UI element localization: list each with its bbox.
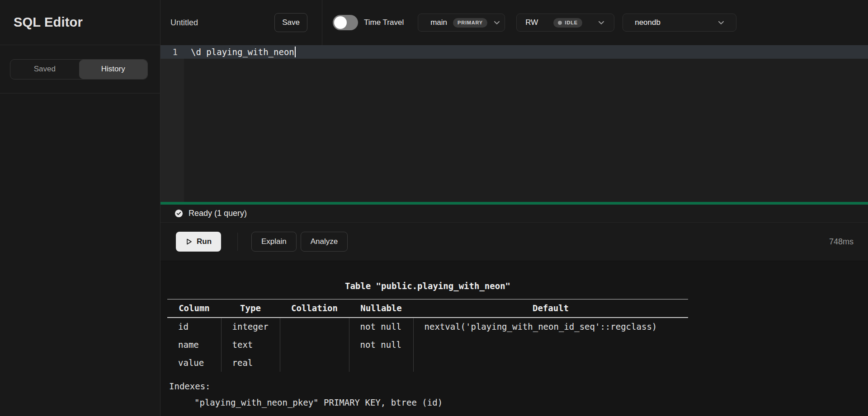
compute-status-text: IDLE: [565, 20, 578, 25]
code-text: \d playing_with_neon: [191, 47, 294, 57]
cell: value: [167, 354, 221, 372]
run-button[interactable]: Run: [176, 232, 221, 252]
page-title: SQL Editor: [14, 15, 83, 30]
table-row: id integer not null nextval('playing_wit…: [167, 318, 688, 336]
sql-editor[interactable]: 1 \d playing_with_neon: [160, 45, 868, 202]
sidebar-header: SQL Editor: [0, 0, 160, 45]
time-travel-label: Time Travel: [364, 18, 404, 27]
cell: [280, 354, 349, 372]
play-icon: [185, 238, 193, 245]
topbar-right: Time Travel main PRIMARY RW IDLE: [322, 0, 868, 45]
database-name: neondb: [635, 18, 660, 27]
save-button[interactable]: Save: [274, 13, 307, 32]
status-text: Ready (1 query): [189, 209, 247, 218]
indexes-label: Indexes:: [169, 381, 868, 391]
cell: [280, 318, 349, 336]
column-header: Nullable: [349, 299, 413, 318]
query-title: Untitled: [170, 18, 198, 28]
chevron-down-icon: [717, 19, 725, 27]
editor-line-1[interactable]: 1 \d playing_with_neon: [160, 45, 868, 59]
main-area: Untitled Save Time Travel main PRIMARY R…: [160, 0, 868, 416]
table-row: value real: [167, 354, 688, 372]
table-row: name text not null: [167, 336, 688, 354]
toggle-knob-icon: [334, 16, 347, 29]
actions-toolbar: Run Explain Analyze 748ms: [160, 223, 868, 261]
cell: [280, 336, 349, 354]
cell: integer: [221, 318, 280, 336]
cell: name: [167, 336, 221, 354]
cell: [413, 336, 688, 354]
cell: nextval('playing_with_neon_id_seq'::regc…: [413, 318, 688, 336]
cell: real: [221, 354, 280, 372]
column-header: Type: [221, 299, 280, 318]
compute-status-badge: IDLE: [553, 18, 582, 28]
idle-status-dot-icon: [558, 21, 562, 25]
tab-saved[interactable]: Saved: [10, 60, 79, 79]
column-header: Column: [167, 299, 221, 318]
toolbar-divider: [237, 233, 238, 251]
run-button-label: Run: [197, 237, 212, 246]
result-table-title: Table "public.playing_with_neon": [167, 281, 688, 291]
chevron-down-icon: [493, 19, 501, 27]
cell: text: [221, 336, 280, 354]
column-header: Default: [413, 299, 688, 318]
sidebar-empty-area: [0, 93, 160, 416]
compute-name: RW: [525, 18, 538, 27]
time-travel-toggle[interactable]: [333, 15, 358, 30]
chevron-down-icon: [597, 19, 605, 27]
statusbar: Ready (1 query): [160, 205, 868, 223]
branch-name: main: [430, 18, 447, 27]
table-header-row: Column Type Collation Nullable Default: [167, 299, 688, 318]
topbar-left: Untitled Save: [160, 0, 322, 45]
sidebar: SQL Editor Saved History: [0, 0, 160, 416]
result-table: Column Type Collation Nullable Default i…: [167, 299, 688, 372]
column-header: Collation: [280, 299, 349, 318]
line-number: 1: [160, 47, 184, 57]
cell: [349, 354, 413, 372]
cell: not null: [349, 336, 413, 354]
compute-select[interactable]: RW IDLE: [516, 14, 614, 32]
database-select[interactable]: neondb: [623, 14, 736, 32]
results-pane: Table "public.playing_with_neon" Column …: [160, 261, 868, 416]
query-duration: 748ms: [829, 237, 854, 247]
analyze-button[interactable]: Analyze: [301, 232, 348, 252]
saved-history-segmented-control: Saved History: [10, 59, 148, 79]
tab-history[interactable]: History: [79, 60, 148, 79]
index-definition: "playing_with_neon_pkey" PRIMARY KEY, bt…: [194, 397, 868, 407]
branch-primary-badge: PRIMARY: [453, 18, 487, 28]
check-circle-icon: [175, 209, 183, 218]
topbar: Untitled Save Time Travel main PRIMARY R…: [160, 0, 868, 45]
explain-button[interactable]: Explain: [251, 232, 297, 252]
editor-gutter: [160, 45, 184, 202]
cell: [413, 354, 688, 372]
branch-select[interactable]: main PRIMARY: [418, 14, 505, 32]
cell: id: [167, 318, 221, 336]
text-cursor: [295, 47, 296, 57]
sidebar-tabs-section: Saved History: [0, 45, 160, 93]
cell: not null: [349, 318, 413, 336]
